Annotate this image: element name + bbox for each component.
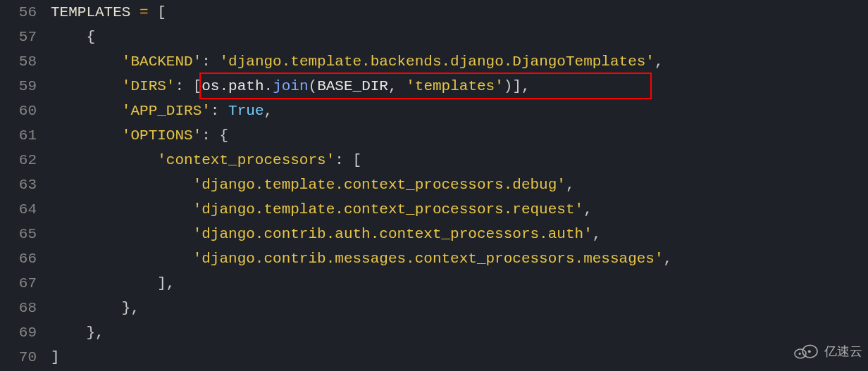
code-line[interactable]: 'django.template.context_processors.debu… (51, 172, 672, 197)
code-token: 'django.contrib.messages.context_process… (193, 251, 664, 267)
code-token (130, 4, 140, 20)
cloud-icon (792, 343, 820, 361)
code-token: 'django.template.context_processors.requ… (193, 201, 584, 218)
code-line[interactable]: ], (51, 271, 672, 296)
code-token: }, (51, 325, 104, 341)
code-token: [ (149, 4, 166, 20)
code-line[interactable]: 'DIRS': [os.path.join(BASE_DIR, 'templat… (51, 74, 672, 99)
code-token (51, 201, 193, 218)
code-line[interactable]: 'APP_DIRS': True, (51, 99, 672, 123)
line-number: 65 (0, 222, 37, 246)
line-number: 57 (0, 25, 37, 49)
code-token: ] (51, 349, 60, 365)
code-token: . (264, 78, 273, 94)
code-token: }, (51, 300, 140, 316)
line-number: 56 (0, 0, 37, 25)
code-token: 'django.contrib.auth.context_processors.… (193, 226, 593, 242)
code-token: 'APP_DIRS' (122, 103, 211, 119)
code-token: : [ (175, 78, 202, 94)
code-line[interactable]: }, (51, 296, 672, 320)
code-editor[interactable]: 565758596061626364656667686970 TEMPLATES… (0, 0, 868, 371)
code-token: , (583, 201, 593, 218)
code-token: join (273, 78, 308, 94)
code-token (51, 226, 193, 242)
code-token: True (228, 103, 264, 119)
code-token: 'context_processors' (157, 152, 335, 168)
line-number: 59 (0, 74, 37, 99)
code-line[interactable]: }, (51, 320, 672, 345)
line-number: 61 (0, 123, 37, 148)
code-token: . (219, 78, 228, 94)
line-number: 70 (0, 345, 37, 370)
code-token (51, 78, 122, 94)
line-number-gutter: 565758596061626364656667686970 (0, 0, 44, 371)
code-token: BASE_DIR (317, 78, 388, 94)
code-line[interactable]: 'context_processors': [ (51, 148, 672, 172)
line-number: 67 (0, 271, 37, 296)
code-token: os (202, 78, 219, 94)
code-token: ( (309, 78, 318, 94)
code-token (51, 103, 122, 119)
line-number: 58 (0, 49, 37, 74)
code-token: path (228, 78, 264, 94)
code-token: : (211, 103, 228, 119)
line-number: 63 (0, 172, 37, 197)
line-number: 68 (0, 296, 37, 320)
code-token: 'django.template.context_processors.debu… (193, 177, 566, 193)
line-number: 64 (0, 197, 37, 222)
line-number: 69 (0, 320, 37, 345)
code-line[interactable]: { (51, 25, 672, 49)
watermark-text: 亿速云 (824, 339, 862, 364)
code-content[interactable]: TEMPLATES = [ { 'BACKEND': 'django.templ… (44, 0, 672, 371)
code-token: )], (504, 78, 531, 94)
code-token: , (593, 226, 602, 242)
line-number: 60 (0, 99, 37, 123)
code-token: , (664, 251, 673, 267)
svg-point-2 (799, 352, 801, 354)
code-token: : [ (335, 152, 361, 168)
code-token: ], (51, 275, 175, 291)
svg-point-3 (808, 350, 811, 353)
code-token: 'BACKEND' (122, 54, 202, 70)
code-token: 'templates' (406, 78, 504, 94)
watermark: 亿速云 (792, 339, 862, 364)
code-token (51, 127, 122, 144)
code-line[interactable]: 'BACKEND': 'django.template.backends.dja… (51, 49, 672, 74)
code-line[interactable]: 'django.template.context_processors.requ… (51, 197, 672, 222)
code-token: 'OPTIONS' (122, 127, 202, 144)
code-token: : (202, 54, 219, 70)
code-line[interactable]: 'django.contrib.auth.context_processors.… (51, 222, 672, 246)
code-token: 'django.template.backends.django.DjangoT… (219, 54, 655, 70)
code-token (51, 152, 157, 168)
line-number: 62 (0, 148, 37, 172)
code-token: , (388, 78, 406, 94)
code-line[interactable]: 'OPTIONS': { (51, 123, 672, 148)
code-token: = (140, 4, 149, 20)
code-line[interactable]: ] (51, 345, 672, 370)
code-token: , (655, 54, 664, 70)
code-line[interactable]: 'django.contrib.messages.context_process… (51, 246, 672, 271)
code-token: , (264, 103, 273, 119)
code-line[interactable]: TEMPLATES = [ (51, 0, 672, 25)
code-token (51, 177, 193, 193)
code-token: 'DIRS' (122, 78, 175, 94)
code-token: TEMPLATES (51, 4, 130, 20)
code-token: : { (202, 127, 228, 144)
line-number: 66 (0, 246, 37, 271)
code-token: , (566, 177, 575, 193)
code-token: { (51, 29, 95, 45)
code-token (51, 54, 122, 70)
code-token (51, 251, 193, 267)
